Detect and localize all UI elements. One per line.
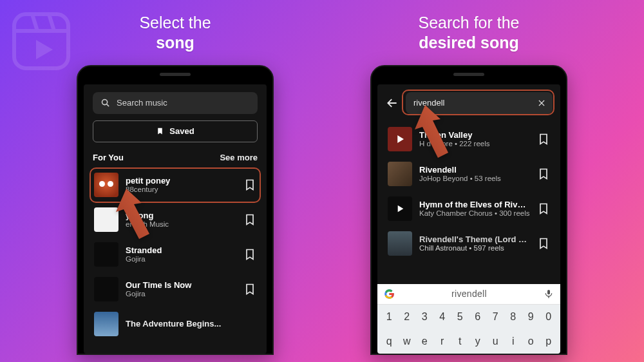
- svg-line-2: [32, 14, 37, 31]
- keyboard-key[interactable]: u: [488, 332, 504, 351]
- right-column: Search for the desired song rivendell: [370, 13, 567, 362]
- song-row[interactable]: petit poney 88century: [93, 167, 258, 202]
- song-row[interactable]: The Adventure Begins...: [93, 307, 258, 341]
- bookmark-icon[interactable]: [537, 167, 550, 180]
- keyboard-key[interactable]: t: [452, 332, 468, 351]
- album-art: [94, 207, 118, 232]
- album-art: [388, 162, 412, 186]
- keyboard-key[interactable]: i: [506, 332, 522, 351]
- song-title: Our Time Is Now: [126, 280, 236, 290]
- svg-rect-0: [14, 14, 68, 68]
- keyboard-key[interactable]: 6: [470, 307, 486, 327]
- keyboard-key[interactable]: w: [399, 332, 415, 351]
- song-title: The en Valley: [419, 130, 530, 140]
- for-you-header: For You See more: [93, 153, 258, 162]
- song-list: petit poney 88century y Song endish Musi…: [93, 167, 258, 341]
- keyboard-key[interactable]: 8: [506, 307, 522, 327]
- back-button[interactable]: [385, 96, 399, 110]
- keyboard-key[interactable]: o: [523, 332, 539, 351]
- search-value: rivendell: [413, 98, 531, 108]
- album-art: [388, 231, 412, 256]
- keyboard-key[interactable]: p: [541, 332, 557, 351]
- bookmark-icon[interactable]: [537, 133, 550, 146]
- keyboard-key[interactable]: 7: [488, 307, 504, 327]
- bookmark-icon[interactable]: [243, 213, 256, 226]
- bookmark-icon[interactable]: [243, 248, 256, 261]
- bookmark-icon[interactable]: [537, 202, 550, 215]
- search-music-input[interactable]: Search music: [93, 92, 258, 114]
- song-row[interactable]: Stranded Gojira: [93, 237, 258, 272]
- clear-icon[interactable]: [537, 99, 546, 108]
- song-title: Rivendell's Theme (Lord Of The R…: [419, 234, 530, 244]
- saved-button[interactable]: Saved: [93, 120, 258, 142]
- bookmark-icon[interactable]: [243, 178, 256, 191]
- bookmark-icon[interactable]: [243, 283, 256, 296]
- right-caption: Search for the desired song: [418, 13, 519, 53]
- album-art: [94, 242, 118, 267]
- bookmark-icon[interactable]: [537, 237, 550, 250]
- song-subtitle: H d Shore • 222 reels: [419, 140, 530, 148]
- phone-speaker: [160, 73, 191, 76]
- song-row[interactable]: Our Time Is Now Gojira: [93, 272, 258, 307]
- search-input[interactable]: rivendell: [406, 92, 553, 114]
- album-art: [94, 312, 118, 336]
- saved-button-label: Saved: [169, 126, 194, 136]
- song-subtitle: Gojira: [126, 255, 236, 263]
- svg-line-5: [107, 104, 109, 106]
- keyboard-key[interactable]: 0: [541, 307, 557, 327]
- phone-bezel: [372, 66, 566, 83]
- keyboard-key[interactable]: e: [417, 332, 433, 351]
- keyboard-key[interactable]: q: [381, 332, 397, 351]
- bookmark-filled-icon: [156, 127, 164, 135]
- left-caption-line2: song: [156, 33, 194, 52]
- section-title: For You: [93, 153, 124, 162]
- left-column: Select the song Search music Saved For Y…: [77, 13, 274, 362]
- mic-icon[interactable]: [544, 289, 554, 299]
- play-icon: [394, 133, 406, 145]
- song-title: y Song: [126, 211, 236, 220]
- song-title: Rivendell: [419, 165, 530, 175]
- keyboard-key[interactable]: 2: [399, 307, 415, 327]
- song-title: Hymn of the Elves of Rivendell: [419, 200, 530, 209]
- right-caption-line1: Search for the: [418, 14, 519, 32]
- search-results-list: The en Valley H d Shore • 222 reels Rive…: [377, 119, 560, 261]
- left-caption: Select the song: [139, 13, 211, 53]
- play-icon: [395, 204, 405, 214]
- left-screen: Search music Saved For You See more: [84, 84, 267, 354]
- phone-bezel: [78, 66, 272, 83]
- song-title: petit poney: [126, 176, 236, 186]
- reels-bg-icon: [9, 9, 73, 76]
- song-title: The Adventure Begins...: [126, 319, 256, 329]
- search-icon: [100, 98, 110, 108]
- see-more-link[interactable]: See more: [220, 153, 258, 162]
- keyboard-key[interactable]: 4: [435, 307, 451, 327]
- svg-rect-10: [547, 290, 550, 294]
- song-title: Stranded: [126, 245, 236, 255]
- search-placeholder: Search music: [117, 98, 167, 108]
- tutorial-stage: Select the song Search music Saved For Y…: [0, 0, 644, 362]
- google-logo-icon: [384, 289, 395, 300]
- right-screen: rivendell The en Valley H d Shore • 222 …: [377, 84, 560, 354]
- suggestion-bar[interactable]: rivendell: [377, 284, 560, 305]
- arrow-left-icon: [386, 97, 399, 110]
- song-row[interactable]: Rivendell's Theme (Lord Of The R… Chill …: [386, 226, 551, 261]
- song-subtitle: Chill Astronaut • 597 reels: [419, 244, 530, 252]
- keyboard-key[interactable]: 3: [417, 307, 433, 327]
- svg-line-3: [49, 14, 54, 31]
- album-art: [388, 127, 412, 151]
- keyboard-key[interactable]: 9: [523, 307, 539, 327]
- song-subtitle: Gojira: [126, 290, 236, 298]
- keyboard-key[interactable]: r: [435, 332, 451, 351]
- song-subtitle: 88century: [126, 186, 236, 193]
- song-row[interactable]: y Song endish Music: [93, 202, 258, 237]
- svg-point-4: [102, 100, 108, 105]
- keyboard-key[interactable]: y: [470, 332, 486, 351]
- song-row[interactable]: Rivendell JoHop Beyond • 53 reels: [386, 157, 551, 191]
- song-row[interactable]: Hymn of the Elves of Rivendell Katy Cham…: [386, 191, 551, 226]
- keyboard-key[interactable]: 1: [381, 307, 397, 327]
- keyboard-row-numbers: 1234567890: [377, 305, 560, 329]
- keyboard-suggestion[interactable]: rivendell: [401, 289, 537, 299]
- song-row[interactable]: The en Valley H d Shore • 222 reels: [386, 122, 551, 157]
- keyboard[interactable]: rivendell 1234567890 qwertyuiop: [377, 284, 560, 354]
- keyboard-key[interactable]: 5: [452, 307, 468, 327]
